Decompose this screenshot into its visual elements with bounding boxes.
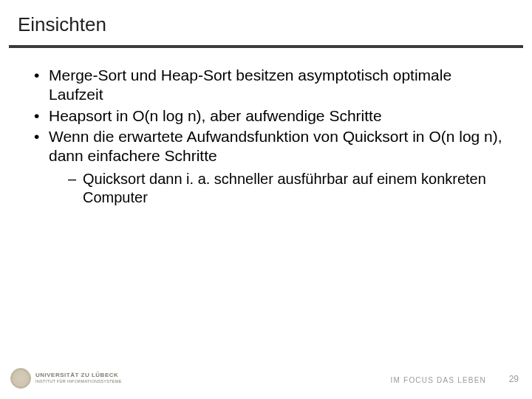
slide: Einsichten Merge-Sort und Heap-Sort besi…	[0, 0, 532, 399]
bullet-text: Heapsort in O(n log n), aber aufwendige …	[49, 107, 382, 124]
university-line1: UNIVERSITÄT ZU LÜBECK	[35, 372, 122, 378]
footer-tagline: IM FOCUS DAS LEBEN	[391, 376, 486, 384]
sub-bullet-list: Quicksort dann i. a. schneller ausführba…	[49, 170, 502, 207]
slide-body: Merge-Sort und Heap-Sort besitzen asympt…	[0, 48, 532, 399]
university-logo: UNIVERSITÄT ZU LÜBECK INSTITUT FÜR INFOR…	[10, 368, 122, 389]
page-number: 29	[509, 374, 519, 384]
bullet-text: Merge-Sort und Heap-Sort besitzen asympt…	[49, 66, 451, 103]
title-block: Einsichten	[0, 0, 532, 41]
bullet-item: Wenn die erwartete Aufwandsfunktion von …	[30, 127, 502, 208]
university-line2: INSTITUT FÜR INFORMATIONSSYSTEME	[35, 380, 122, 384]
footer: UNIVERSITÄT ZU LÜBECK INSTITUT FÜR INFOR…	[0, 364, 532, 389]
bullet-list: Merge-Sort und Heap-Sort besitzen asympt…	[30, 66, 502, 207]
sub-bullet-text: Quicksort dann i. a. schneller ausführba…	[83, 171, 486, 205]
sub-bullet-item: Quicksort dann i. a. schneller ausführba…	[49, 170, 502, 207]
seal-icon	[10, 368, 31, 389]
bullet-item: Heapsort in O(n log n), aber aufwendige …	[30, 106, 502, 126]
slide-title: Einsichten	[18, 13, 517, 36]
university-text: UNIVERSITÄT ZU LÜBECK INSTITUT FÜR INFOR…	[35, 372, 122, 384]
bullet-item: Merge-Sort und Heap-Sort besitzen asympt…	[30, 66, 502, 105]
bullet-text: Wenn die erwartete Aufwandsfunktion von …	[49, 128, 502, 164]
